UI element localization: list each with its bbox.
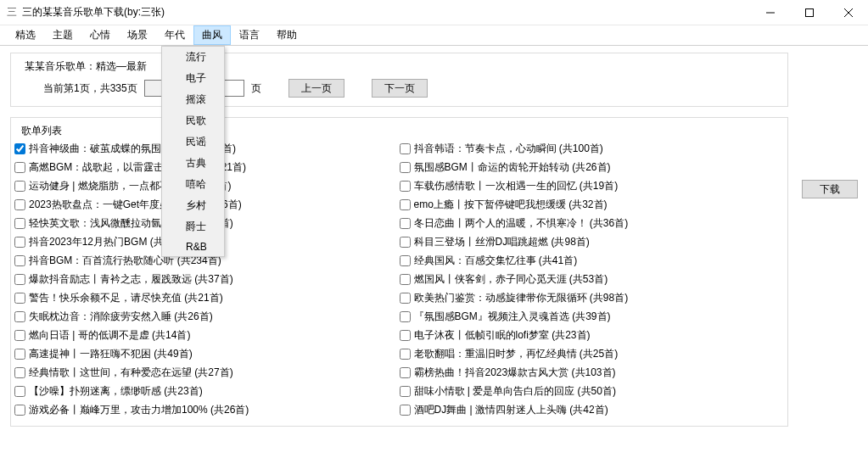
playlist-item[interactable]: 欧美热门鉴赏：动感旋律带你无限循环 (共98首) [400,291,785,305]
playlist-item[interactable]: 高速提神丨一路狂嗨不犯困 (共49首) [14,347,400,361]
dropdown-item[interactable]: 电子 [162,68,224,89]
playlist-checkbox[interactable] [400,367,411,378]
minimize-button[interactable] [751,0,790,25]
playlist-group: 歌单列表 抖音神级曲：破茧成蝶的氛围感BGM (共22首)高燃BGM：战歌起，以… [10,117,788,427]
menu-language[interactable]: 语言 [231,25,268,45]
playlist-checkbox[interactable] [14,274,25,285]
dropdown-item[interactable]: 嘻哈 [162,174,224,195]
playlist-item[interactable]: 爆款抖音励志丨青衿之志，履践致远 (共37首) [14,272,400,287]
dropdown-item[interactable]: 流行 [162,47,224,68]
playlist-label: 警告！快乐余额不足，请尽快充值 (共21首) [29,291,223,305]
menu-era[interactable]: 年代 [156,25,193,45]
playlist-checkbox[interactable] [400,386,411,397]
playlist-checkbox[interactable] [14,386,25,397]
dropdown-item[interactable]: 爵士 [162,216,224,237]
playlist-item[interactable]: 抖音韩语：节奏卡点，心动瞬间 (共100首) [400,142,785,156]
dropdown-item[interactable]: 古典 [162,153,224,174]
playlist-checkbox[interactable] [400,237,411,248]
playlist-checkbox[interactable] [14,255,25,266]
playlist-item[interactable]: 酒吧DJ舞曲 | 激情四射迷人上头嗨 (共42首) [400,403,785,417]
playlist-item[interactable]: 燃向日语 | 哥的低调不是虚 (共14首) [14,328,400,343]
dropdown-item[interactable]: R&B [162,237,224,256]
playlist-checkbox[interactable] [400,274,411,285]
playlist-label: 欧美热门鉴赏：动感旋律带你无限循环 (共98首) [414,291,629,305]
playlist-checkbox[interactable] [400,218,411,229]
menu-featured[interactable]: 精选 [7,25,44,45]
playlist-checkbox[interactable] [400,311,411,322]
playlist-item[interactable]: 老歌翻唱：重温旧时梦，再忆经典情 (共25首) [400,347,785,361]
menu-theme[interactable]: 主题 [44,25,81,45]
playlist-item[interactable]: 霸榜热曲！抖音2023爆款古风大赏 (共103首) [400,366,785,380]
playlist-item[interactable]: 警告！快乐余额不足，请尽快充值 (共21首) [14,291,400,305]
playlist-label: 【沙噪】扑朔迷离，缥缈听感 (共23首) [29,384,203,399]
app-icon: 三 [7,5,17,20]
playlist-checkbox[interactable] [400,349,411,360]
playlist-checkbox[interactable] [400,199,411,210]
menubar: 精选 主题 心情 场景 年代 曲风 语言 帮助 [0,25,868,46]
playlist-checkbox[interactable] [400,162,411,173]
playlist-checkbox[interactable] [14,311,25,322]
playlist-label: 老歌翻唱：重温旧时梦，再忆经典情 (共25首) [414,347,619,361]
playlist-item[interactable]: 氛围感BGM丨命运的齿轮开始转动 (共26首) [400,160,785,175]
playlist-checkbox[interactable] [14,143,25,154]
page-unit: 页 [251,81,261,96]
menu-mood[interactable]: 心情 [81,25,119,45]
playlist-label: 高速提神丨一路狂嗨不犯困 (共49首) [29,347,193,361]
group-title: 某某音乐歌单：精选—最新 [21,59,150,74]
close-button[interactable] [829,0,868,25]
page-info: 当前第1页，共335页 [43,81,137,96]
playlist-item[interactable]: 经典国风：百感交集忆往事 (共41首) [400,254,785,268]
playlist-item[interactable]: 科目三登场丨丝滑DJ唱跳超燃 (共98首) [400,235,785,249]
window-title: 三的某某音乐歌单下载(by:三张) [22,5,751,20]
playlist-item[interactable]: 燃国风丨侠客剑，赤子同心觅天涯 (共53首) [400,272,785,287]
playlist-checkbox[interactable] [14,162,25,173]
playlist-label: 电子沐夜丨低帧引眠的lofi梦室 (共23首) [414,328,591,343]
playlist-checkbox[interactable] [14,237,25,248]
playlist-checkbox[interactable] [14,405,25,416]
playlist-item[interactable]: 甜味小情歌 | 爱是单向告白后的回应 (共50首) [400,384,785,399]
content: 某某音乐歌单：精选—最新 当前第1页，共335页 页 上一页 下一页 歌单列表 … [0,46,868,433]
playlist-item[interactable]: 车载伤感情歌丨一次相遇一生的回忆 (共19首) [400,179,785,193]
dropdown-item[interactable]: 民歌 [162,110,224,131]
playlist-label: 科目三登场丨丝滑DJ唱跳超燃 (共98首) [414,235,590,249]
playlist-checkbox[interactable] [400,293,411,304]
dropdown-item[interactable]: 摇滚 [162,89,224,110]
playlist-checkbox[interactable] [14,293,25,304]
playlist-checkbox[interactable] [14,367,25,378]
playlist-label: 游戏必备丨巅峰万里，攻击力增加100% (共26首) [29,403,249,417]
maximize-button[interactable] [790,0,829,25]
playlist-col-right: 抖音韩语：节奏卡点，心动瞬间 (共100首)氛围感BGM丨命运的齿轮开始转动 (… [400,142,785,417]
playlist-checkbox[interactable] [14,181,25,192]
playlist-checkbox[interactable] [400,330,411,341]
playlist-label: 失眠枕边音：消除疲劳安然入睡 (共26首) [29,310,213,324]
playlist-checkbox[interactable] [400,255,411,266]
playlist-checkbox[interactable] [400,143,411,154]
prev-page-button[interactable]: 上一页 [288,79,344,98]
playlist-item[interactable]: 电子沐夜丨低帧引眠的lofi梦室 (共23首) [400,328,785,343]
playlist-checkbox[interactable] [400,181,411,192]
playlist-label: 酒吧DJ舞曲 | 激情四射迷人上头嗨 (共42首) [414,403,608,417]
menu-help[interactable]: 帮助 [268,25,305,45]
playlist-item[interactable]: 冬日恋曲丨两个人的温暖，不惧寒冷！ (共36首) [400,216,785,231]
playlist-item[interactable]: emo上瘾丨按下暂停键吧我想缓缓 (共32首) [400,198,785,212]
download-button[interactable]: 下载 [802,180,858,198]
playlist-checkbox[interactable] [14,330,25,341]
playlist-checkbox[interactable] [400,405,411,416]
window-controls [751,0,868,25]
playlist-label: 经典情歌丨这世间，有种爱恋在远望 (共27首) [29,366,233,380]
playlist-item[interactable]: 失眠枕边音：消除疲劳安然入睡 (共26首) [14,310,400,324]
dropdown-item[interactable]: 乡村 [162,195,224,216]
playlist-label: 甜味小情歌 | 爱是单向告白后的回应 (共50首) [414,384,616,399]
playlist-item[interactable]: 经典情歌丨这世间，有种爱恋在远望 (共27首) [14,366,400,380]
playlist-item[interactable]: 『氛围感BGM』视频注入灵魂首选 (共39首) [400,310,785,324]
dropdown-item[interactable]: 民谣 [162,131,224,153]
next-page-button[interactable]: 下一页 [372,79,428,98]
menu-scene[interactable]: 场景 [119,25,156,45]
playlist-checkbox[interactable] [14,218,25,229]
playlist-item[interactable]: 【沙噪】扑朔迷离，缥缈听感 (共23首) [14,384,400,399]
playlist-checkbox[interactable] [14,199,25,210]
playlist-label: 爆款抖音励志丨青衿之志，履践致远 (共37首) [29,272,233,287]
playlist-checkbox[interactable] [14,349,25,360]
menu-style[interactable]: 曲风 [193,25,231,45]
playlist-item[interactable]: 游戏必备丨巅峰万里，攻击力增加100% (共26首) [14,403,400,417]
